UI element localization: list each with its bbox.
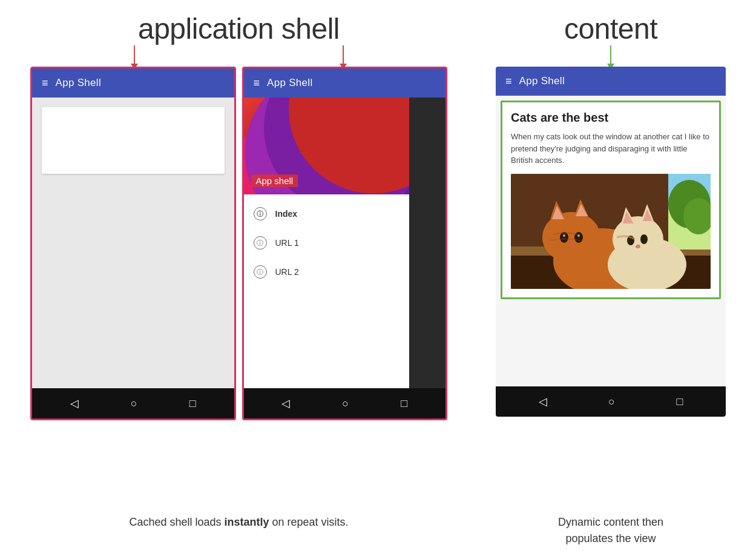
drawer-header-image: App shell xyxy=(244,98,409,194)
caption-left-end: on repeat visits. xyxy=(269,516,349,528)
phone1-content-placeholder xyxy=(42,107,225,174)
info-icon-index: ⓘ xyxy=(254,207,267,220)
content-text: When my cats look out the window at anot… xyxy=(511,131,711,167)
phone2-app-bar-title: App Shell xyxy=(267,77,312,89)
content-label: content xyxy=(496,12,726,45)
header-left-text: application shell xyxy=(138,13,340,45)
arrow-left-2 xyxy=(340,45,347,70)
phone1-nav-bar: ◁ ○ □ xyxy=(32,388,234,418)
home-button-p1[interactable]: ○ xyxy=(131,397,137,410)
svg-point-23 xyxy=(613,216,663,262)
phone1-app-bar-title: App Shell xyxy=(56,77,101,89)
phone2-app-bar: ≡ App Shell xyxy=(244,68,446,98)
caption-right-line1: Dynamic content then xyxy=(558,516,663,528)
drawer-item-url2-label: URL 2 xyxy=(275,267,299,277)
recent-button-p1[interactable]: □ xyxy=(189,397,196,410)
arrow-right xyxy=(607,45,614,70)
caption-right-line2: populates the view xyxy=(565,532,656,544)
phone3-nav-bar: ◁ ○ □ xyxy=(496,386,726,417)
phone1-body xyxy=(32,98,234,388)
phone-3: ≡ App Shell Cats are the best When my ca… xyxy=(496,67,726,417)
svg-point-20 xyxy=(577,234,580,237)
caption-left-start: Cached shell loads xyxy=(129,516,224,528)
content-title: Cats are the best xyxy=(511,111,711,125)
back-button-p2[interactable]: ◁ xyxy=(281,397,290,410)
phone1-app-bar: ≡ App Shell xyxy=(32,68,234,98)
phone3-app-bar-title: App Shell xyxy=(519,75,565,87)
drawer-item-url2[interactable]: ⓘ URL 2 xyxy=(244,257,409,286)
hamburger-icon-p2: ≡ xyxy=(254,78,260,88)
hamburger-icon: ≡ xyxy=(42,78,48,88)
right-phones-section: ≡ App Shell Cats are the best When my ca… xyxy=(496,67,726,417)
svg-point-29 xyxy=(640,234,648,244)
caption-left: Cached shell loads instantly on repeat v… xyxy=(30,514,459,531)
recent-button-p3[interactable]: □ xyxy=(676,395,683,408)
arrow-left-1 xyxy=(131,45,138,70)
info-icon-url1: ⓘ xyxy=(254,236,267,250)
caption-right: Dynamic content then populates the view xyxy=(496,514,726,547)
cat-image xyxy=(511,174,711,289)
svg-point-21 xyxy=(568,242,574,246)
cat-svg xyxy=(511,174,711,289)
home-button-p3[interactable]: ○ xyxy=(608,395,615,408)
svg-point-10 xyxy=(542,212,600,263)
svg-point-19 xyxy=(563,234,565,237)
drawer-item-url1-label: URL 1 xyxy=(275,238,299,248)
content-box: Cats are the best When my cats look out … xyxy=(501,101,721,299)
phone3-app-bar: ≡ App Shell xyxy=(496,67,726,96)
drawer-scrim xyxy=(409,98,445,388)
recent-button-p2[interactable]: □ xyxy=(401,397,407,410)
application-shell-label: application shell xyxy=(30,12,459,45)
drawer-item-url1[interactable]: ⓘ URL 1 xyxy=(244,228,409,257)
info-icon-url2: ⓘ xyxy=(254,265,267,279)
phones-row: ≡ App Shell ◁ ○ □ ≡ App Shell xyxy=(24,67,732,508)
phone2-nav-bar: ◁ ○ □ xyxy=(244,388,446,418)
phone-1: ≡ App Shell ◁ ○ □ xyxy=(30,67,236,420)
phone2-content-area: App shell ⓘ Index ⓘ URL 1 ⓘ xyxy=(244,98,446,388)
header-right-text: content xyxy=(564,13,657,45)
caption-left-bold: instantly xyxy=(225,516,269,528)
drawer-panel: App shell ⓘ Index ⓘ URL 1 ⓘ xyxy=(244,98,409,388)
arrows-row xyxy=(24,45,732,67)
hamburger-icon-p3: ≡ xyxy=(505,76,512,87)
back-button-p1[interactable]: ◁ xyxy=(70,397,79,410)
drawer-item-index-label: Index xyxy=(275,209,298,219)
drawer-item-index[interactable]: ⓘ Index xyxy=(244,199,409,228)
phone3-body: Cats are the best When my cats look out … xyxy=(496,96,726,386)
drawer-header-title: App shell xyxy=(251,174,298,187)
header-row: application shell content xyxy=(24,12,732,45)
phone-2: ≡ App Shell xyxy=(242,67,448,420)
home-button-p2[interactable]: ○ xyxy=(342,397,349,410)
left-phones-section: ≡ App Shell ◁ ○ □ ≡ App Shell xyxy=(30,67,459,420)
svg-point-30 xyxy=(636,245,640,248)
back-button-p3[interactable]: ◁ xyxy=(539,395,547,408)
captions-row: Cached shell loads instantly on repeat v… xyxy=(24,508,732,547)
drawer-items[interactable]: ⓘ Index ⓘ URL 1 ⓘ URL 2 xyxy=(244,194,409,388)
